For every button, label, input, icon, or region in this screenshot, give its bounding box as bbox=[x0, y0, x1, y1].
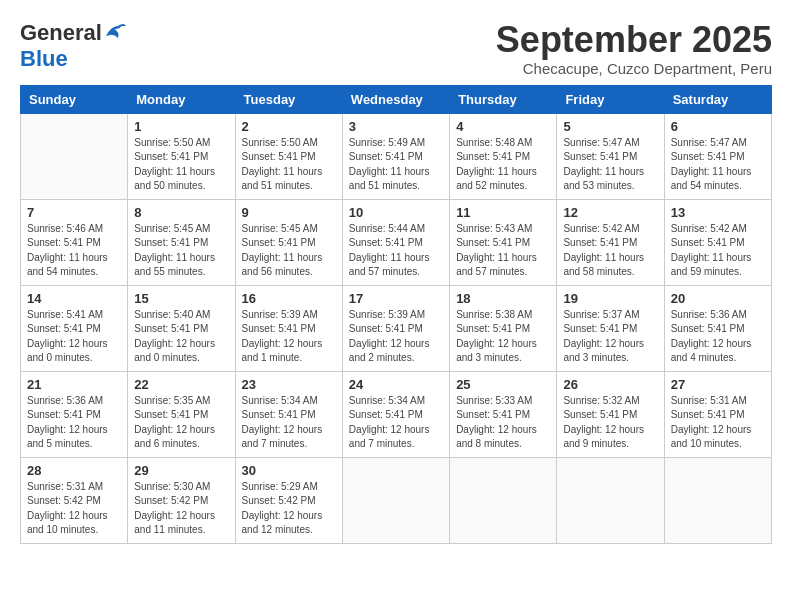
day-detail: Sunrise: 5:45 AM Sunset: 5:41 PM Dayligh… bbox=[242, 222, 336, 280]
day-detail: Sunrise: 5:42 AM Sunset: 5:41 PM Dayligh… bbox=[563, 222, 657, 280]
calendar-cell bbox=[557, 457, 664, 543]
day-number: 13 bbox=[671, 205, 765, 220]
calendar-cell: 11Sunrise: 5:43 AM Sunset: 5:41 PM Dayli… bbox=[450, 199, 557, 285]
calendar-week-1: 1Sunrise: 5:50 AM Sunset: 5:41 PM Daylig… bbox=[21, 113, 772, 199]
day-number: 20 bbox=[671, 291, 765, 306]
day-detail: Sunrise: 5:38 AM Sunset: 5:41 PM Dayligh… bbox=[456, 308, 550, 366]
day-detail: Sunrise: 5:47 AM Sunset: 5:41 PM Dayligh… bbox=[671, 136, 765, 194]
day-detail: Sunrise: 5:36 AM Sunset: 5:41 PM Dayligh… bbox=[27, 394, 121, 452]
day-number: 22 bbox=[134, 377, 228, 392]
day-number: 23 bbox=[242, 377, 336, 392]
day-number: 7 bbox=[27, 205, 121, 220]
calendar-week-3: 14Sunrise: 5:41 AM Sunset: 5:41 PM Dayli… bbox=[21, 285, 772, 371]
weekday-header-tuesday: Tuesday bbox=[235, 85, 342, 113]
calendar-cell: 8Sunrise: 5:45 AM Sunset: 5:41 PM Daylig… bbox=[128, 199, 235, 285]
day-detail: Sunrise: 5:48 AM Sunset: 5:41 PM Dayligh… bbox=[456, 136, 550, 194]
weekday-header-saturday: Saturday bbox=[664, 85, 771, 113]
day-detail: Sunrise: 5:39 AM Sunset: 5:41 PM Dayligh… bbox=[349, 308, 443, 366]
day-number: 19 bbox=[563, 291, 657, 306]
day-detail: Sunrise: 5:50 AM Sunset: 5:41 PM Dayligh… bbox=[242, 136, 336, 194]
day-number: 26 bbox=[563, 377, 657, 392]
day-number: 10 bbox=[349, 205, 443, 220]
day-detail: Sunrise: 5:30 AM Sunset: 5:42 PM Dayligh… bbox=[134, 480, 228, 538]
calendar-table: SundayMondayTuesdayWednesdayThursdayFrid… bbox=[20, 85, 772, 544]
calendar-cell: 18Sunrise: 5:38 AM Sunset: 5:41 PM Dayli… bbox=[450, 285, 557, 371]
calendar-week-4: 21Sunrise: 5:36 AM Sunset: 5:41 PM Dayli… bbox=[21, 371, 772, 457]
logo: General Blue bbox=[20, 20, 126, 72]
month-title: September 2025 bbox=[496, 20, 772, 60]
calendar-cell: 5Sunrise: 5:47 AM Sunset: 5:41 PM Daylig… bbox=[557, 113, 664, 199]
day-number: 8 bbox=[134, 205, 228, 220]
calendar-cell: 28Sunrise: 5:31 AM Sunset: 5:42 PM Dayli… bbox=[21, 457, 128, 543]
logo-bird-icon bbox=[104, 22, 126, 40]
day-detail: Sunrise: 5:47 AM Sunset: 5:41 PM Dayligh… bbox=[563, 136, 657, 194]
calendar-cell bbox=[342, 457, 449, 543]
day-detail: Sunrise: 5:36 AM Sunset: 5:41 PM Dayligh… bbox=[671, 308, 765, 366]
calendar-cell: 25Sunrise: 5:33 AM Sunset: 5:41 PM Dayli… bbox=[450, 371, 557, 457]
day-detail: Sunrise: 5:35 AM Sunset: 5:41 PM Dayligh… bbox=[134, 394, 228, 452]
day-detail: Sunrise: 5:41 AM Sunset: 5:41 PM Dayligh… bbox=[27, 308, 121, 366]
calendar-cell: 16Sunrise: 5:39 AM Sunset: 5:41 PM Dayli… bbox=[235, 285, 342, 371]
title-block: September 2025 Checacupe, Cuzco Departme… bbox=[496, 20, 772, 77]
day-detail: Sunrise: 5:40 AM Sunset: 5:41 PM Dayligh… bbox=[134, 308, 228, 366]
day-number: 18 bbox=[456, 291, 550, 306]
calendar-cell: 7Sunrise: 5:46 AM Sunset: 5:41 PM Daylig… bbox=[21, 199, 128, 285]
weekday-header-friday: Friday bbox=[557, 85, 664, 113]
calendar-cell: 22Sunrise: 5:35 AM Sunset: 5:41 PM Dayli… bbox=[128, 371, 235, 457]
calendar-cell: 17Sunrise: 5:39 AM Sunset: 5:41 PM Dayli… bbox=[342, 285, 449, 371]
day-detail: Sunrise: 5:34 AM Sunset: 5:41 PM Dayligh… bbox=[242, 394, 336, 452]
day-detail: Sunrise: 5:37 AM Sunset: 5:41 PM Dayligh… bbox=[563, 308, 657, 366]
logo-blue: Blue bbox=[20, 46, 68, 72]
calendar-cell bbox=[450, 457, 557, 543]
weekday-header-wednesday: Wednesday bbox=[342, 85, 449, 113]
calendar-cell: 27Sunrise: 5:31 AM Sunset: 5:41 PM Dayli… bbox=[664, 371, 771, 457]
calendar-cell: 24Sunrise: 5:34 AM Sunset: 5:41 PM Dayli… bbox=[342, 371, 449, 457]
weekday-header-sunday: Sunday bbox=[21, 85, 128, 113]
day-number: 4 bbox=[456, 119, 550, 134]
day-number: 12 bbox=[563, 205, 657, 220]
logo-general: General bbox=[20, 20, 102, 46]
page-header: General Blue September 2025 Checacupe, C… bbox=[20, 20, 772, 77]
weekday-header-row: SundayMondayTuesdayWednesdayThursdayFrid… bbox=[21, 85, 772, 113]
day-detail: Sunrise: 5:44 AM Sunset: 5:41 PM Dayligh… bbox=[349, 222, 443, 280]
calendar-cell: 20Sunrise: 5:36 AM Sunset: 5:41 PM Dayli… bbox=[664, 285, 771, 371]
calendar-cell: 3Sunrise: 5:49 AM Sunset: 5:41 PM Daylig… bbox=[342, 113, 449, 199]
day-detail: Sunrise: 5:45 AM Sunset: 5:41 PM Dayligh… bbox=[134, 222, 228, 280]
calendar-cell: 26Sunrise: 5:32 AM Sunset: 5:41 PM Dayli… bbox=[557, 371, 664, 457]
calendar-cell: 23Sunrise: 5:34 AM Sunset: 5:41 PM Dayli… bbox=[235, 371, 342, 457]
day-number: 25 bbox=[456, 377, 550, 392]
calendar-cell bbox=[21, 113, 128, 199]
calendar-cell: 6Sunrise: 5:47 AM Sunset: 5:41 PM Daylig… bbox=[664, 113, 771, 199]
calendar-cell: 2Sunrise: 5:50 AM Sunset: 5:41 PM Daylig… bbox=[235, 113, 342, 199]
weekday-header-thursday: Thursday bbox=[450, 85, 557, 113]
day-detail: Sunrise: 5:42 AM Sunset: 5:41 PM Dayligh… bbox=[671, 222, 765, 280]
calendar-cell: 12Sunrise: 5:42 AM Sunset: 5:41 PM Dayli… bbox=[557, 199, 664, 285]
day-detail: Sunrise: 5:39 AM Sunset: 5:41 PM Dayligh… bbox=[242, 308, 336, 366]
day-number: 29 bbox=[134, 463, 228, 478]
calendar-cell: 10Sunrise: 5:44 AM Sunset: 5:41 PM Dayli… bbox=[342, 199, 449, 285]
calendar-cell: 15Sunrise: 5:40 AM Sunset: 5:41 PM Dayli… bbox=[128, 285, 235, 371]
calendar-cell bbox=[664, 457, 771, 543]
day-number: 17 bbox=[349, 291, 443, 306]
day-number: 3 bbox=[349, 119, 443, 134]
day-number: 15 bbox=[134, 291, 228, 306]
calendar-cell: 4Sunrise: 5:48 AM Sunset: 5:41 PM Daylig… bbox=[450, 113, 557, 199]
calendar-cell: 13Sunrise: 5:42 AM Sunset: 5:41 PM Dayli… bbox=[664, 199, 771, 285]
day-number: 24 bbox=[349, 377, 443, 392]
day-number: 2 bbox=[242, 119, 336, 134]
day-detail: Sunrise: 5:43 AM Sunset: 5:41 PM Dayligh… bbox=[456, 222, 550, 280]
day-number: 11 bbox=[456, 205, 550, 220]
day-number: 21 bbox=[27, 377, 121, 392]
day-number: 27 bbox=[671, 377, 765, 392]
day-detail: Sunrise: 5:32 AM Sunset: 5:41 PM Dayligh… bbox=[563, 394, 657, 452]
day-detail: Sunrise: 5:46 AM Sunset: 5:41 PM Dayligh… bbox=[27, 222, 121, 280]
calendar-cell: 1Sunrise: 5:50 AM Sunset: 5:41 PM Daylig… bbox=[128, 113, 235, 199]
calendar-week-5: 28Sunrise: 5:31 AM Sunset: 5:42 PM Dayli… bbox=[21, 457, 772, 543]
day-number: 30 bbox=[242, 463, 336, 478]
calendar-week-2: 7Sunrise: 5:46 AM Sunset: 5:41 PM Daylig… bbox=[21, 199, 772, 285]
calendar-cell: 19Sunrise: 5:37 AM Sunset: 5:41 PM Dayli… bbox=[557, 285, 664, 371]
day-detail: Sunrise: 5:34 AM Sunset: 5:41 PM Dayligh… bbox=[349, 394, 443, 452]
day-number: 14 bbox=[27, 291, 121, 306]
day-number: 16 bbox=[242, 291, 336, 306]
day-number: 9 bbox=[242, 205, 336, 220]
